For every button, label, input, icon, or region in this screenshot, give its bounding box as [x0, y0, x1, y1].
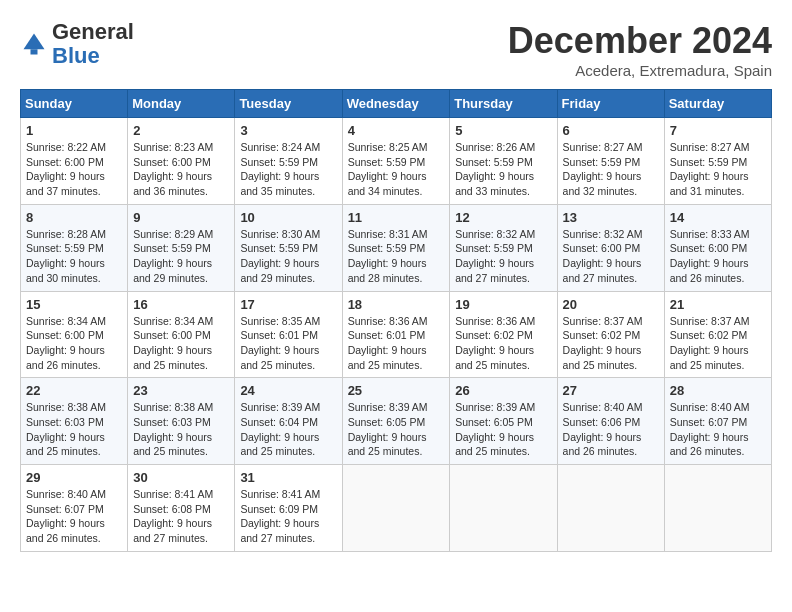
day-info: Sunrise: 8:23 AM Sunset: 6:00 PM Dayligh…	[133, 140, 229, 199]
day-info: Sunrise: 8:27 AM Sunset: 5:59 PM Dayligh…	[670, 140, 766, 199]
calendar-day-cell: 31Sunrise: 8:41 AM Sunset: 6:09 PM Dayli…	[235, 465, 342, 552]
day-number: 29	[26, 470, 122, 485]
day-info: Sunrise: 8:32 AM Sunset: 5:59 PM Dayligh…	[455, 227, 551, 286]
calendar-day-cell: 18Sunrise: 8:36 AM Sunset: 6:01 PM Dayli…	[342, 291, 450, 378]
day-info: Sunrise: 8:37 AM Sunset: 6:02 PM Dayligh…	[670, 314, 766, 373]
svg-rect-1	[31, 49, 38, 54]
day-info: Sunrise: 8:36 AM Sunset: 6:02 PM Dayligh…	[455, 314, 551, 373]
weekday-header: Friday	[557, 90, 664, 118]
calendar-day-cell: 9Sunrise: 8:29 AM Sunset: 5:59 PM Daylig…	[128, 204, 235, 291]
day-number: 10	[240, 210, 336, 225]
day-info: Sunrise: 8:38 AM Sunset: 6:03 PM Dayligh…	[26, 400, 122, 459]
calendar-day-cell: 4Sunrise: 8:25 AM Sunset: 5:59 PM Daylig…	[342, 118, 450, 205]
day-number: 12	[455, 210, 551, 225]
day-number: 20	[563, 297, 659, 312]
calendar-table: SundayMondayTuesdayWednesdayThursdayFrid…	[20, 89, 772, 552]
day-info: Sunrise: 8:40 AM Sunset: 6:07 PM Dayligh…	[26, 487, 122, 546]
day-number: 11	[348, 210, 445, 225]
day-info: Sunrise: 8:32 AM Sunset: 6:00 PM Dayligh…	[563, 227, 659, 286]
day-number: 26	[455, 383, 551, 398]
day-number: 3	[240, 123, 336, 138]
calendar-day-cell: 11Sunrise: 8:31 AM Sunset: 5:59 PM Dayli…	[342, 204, 450, 291]
calendar-day-cell: 21Sunrise: 8:37 AM Sunset: 6:02 PM Dayli…	[664, 291, 771, 378]
day-info: Sunrise: 8:39 AM Sunset: 6:05 PM Dayligh…	[455, 400, 551, 459]
day-info: Sunrise: 8:37 AM Sunset: 6:02 PM Dayligh…	[563, 314, 659, 373]
day-number: 27	[563, 383, 659, 398]
calendar-day-cell	[450, 465, 557, 552]
day-number: 21	[670, 297, 766, 312]
calendar-week-row: 15Sunrise: 8:34 AM Sunset: 6:00 PM Dayli…	[21, 291, 772, 378]
day-info: Sunrise: 8:34 AM Sunset: 6:00 PM Dayligh…	[133, 314, 229, 373]
weekday-header: Tuesday	[235, 90, 342, 118]
day-number: 9	[133, 210, 229, 225]
day-info: Sunrise: 8:41 AM Sunset: 6:08 PM Dayligh…	[133, 487, 229, 546]
calendar-week-row: 22Sunrise: 8:38 AM Sunset: 6:03 PM Dayli…	[21, 378, 772, 465]
day-info: Sunrise: 8:26 AM Sunset: 5:59 PM Dayligh…	[455, 140, 551, 199]
calendar-day-cell: 29Sunrise: 8:40 AM Sunset: 6:07 PM Dayli…	[21, 465, 128, 552]
weekday-header-row: SundayMondayTuesdayWednesdayThursdayFrid…	[21, 90, 772, 118]
logo-text: General Blue	[52, 20, 134, 68]
calendar-day-cell: 5Sunrise: 8:26 AM Sunset: 5:59 PM Daylig…	[450, 118, 557, 205]
weekday-header: Saturday	[664, 90, 771, 118]
day-number: 5	[455, 123, 551, 138]
calendar-day-cell: 8Sunrise: 8:28 AM Sunset: 5:59 PM Daylig…	[21, 204, 128, 291]
calendar-day-cell	[557, 465, 664, 552]
calendar-week-row: 29Sunrise: 8:40 AM Sunset: 6:07 PM Dayli…	[21, 465, 772, 552]
logo-blue: Blue	[52, 43, 100, 68]
calendar-day-cell: 12Sunrise: 8:32 AM Sunset: 5:59 PM Dayli…	[450, 204, 557, 291]
calendar-day-cell: 28Sunrise: 8:40 AM Sunset: 6:07 PM Dayli…	[664, 378, 771, 465]
calendar-day-cell	[342, 465, 450, 552]
day-info: Sunrise: 8:41 AM Sunset: 6:09 PM Dayligh…	[240, 487, 336, 546]
day-info: Sunrise: 8:24 AM Sunset: 5:59 PM Dayligh…	[240, 140, 336, 199]
logo-general: General	[52, 19, 134, 44]
day-number: 28	[670, 383, 766, 398]
weekday-header: Sunday	[21, 90, 128, 118]
day-number: 16	[133, 297, 229, 312]
calendar-day-cell: 13Sunrise: 8:32 AM Sunset: 6:00 PM Dayli…	[557, 204, 664, 291]
calendar-day-cell: 3Sunrise: 8:24 AM Sunset: 5:59 PM Daylig…	[235, 118, 342, 205]
calendar-day-cell: 14Sunrise: 8:33 AM Sunset: 6:00 PM Dayli…	[664, 204, 771, 291]
calendar-day-cell: 26Sunrise: 8:39 AM Sunset: 6:05 PM Dayli…	[450, 378, 557, 465]
day-info: Sunrise: 8:38 AM Sunset: 6:03 PM Dayligh…	[133, 400, 229, 459]
calendar-day-cell: 24Sunrise: 8:39 AM Sunset: 6:04 PM Dayli…	[235, 378, 342, 465]
day-number: 31	[240, 470, 336, 485]
day-info: Sunrise: 8:36 AM Sunset: 6:01 PM Dayligh…	[348, 314, 445, 373]
weekday-header: Monday	[128, 90, 235, 118]
month-title: December 2024	[508, 20, 772, 62]
calendar-week-row: 8Sunrise: 8:28 AM Sunset: 5:59 PM Daylig…	[21, 204, 772, 291]
page-header: General Blue December 2024 Acedera, Extr…	[20, 20, 772, 79]
calendar-day-cell: 22Sunrise: 8:38 AM Sunset: 6:03 PM Dayli…	[21, 378, 128, 465]
day-info: Sunrise: 8:39 AM Sunset: 6:04 PM Dayligh…	[240, 400, 336, 459]
day-number: 15	[26, 297, 122, 312]
logo-icon	[20, 30, 48, 58]
day-number: 17	[240, 297, 336, 312]
day-number: 1	[26, 123, 122, 138]
svg-marker-0	[24, 34, 45, 50]
logo: General Blue	[20, 20, 134, 68]
day-info: Sunrise: 8:29 AM Sunset: 5:59 PM Dayligh…	[133, 227, 229, 286]
day-number: 7	[670, 123, 766, 138]
day-number: 25	[348, 383, 445, 398]
day-number: 18	[348, 297, 445, 312]
calendar-day-cell: 25Sunrise: 8:39 AM Sunset: 6:05 PM Dayli…	[342, 378, 450, 465]
day-info: Sunrise: 8:39 AM Sunset: 6:05 PM Dayligh…	[348, 400, 445, 459]
day-number: 8	[26, 210, 122, 225]
day-number: 4	[348, 123, 445, 138]
calendar-day-cell: 17Sunrise: 8:35 AM Sunset: 6:01 PM Dayli…	[235, 291, 342, 378]
day-info: Sunrise: 8:33 AM Sunset: 6:00 PM Dayligh…	[670, 227, 766, 286]
calendar-week-row: 1Sunrise: 8:22 AM Sunset: 6:00 PM Daylig…	[21, 118, 772, 205]
day-info: Sunrise: 8:35 AM Sunset: 6:01 PM Dayligh…	[240, 314, 336, 373]
calendar-day-cell: 6Sunrise: 8:27 AM Sunset: 5:59 PM Daylig…	[557, 118, 664, 205]
location-subtitle: Acedera, Extremadura, Spain	[508, 62, 772, 79]
calendar-day-cell: 30Sunrise: 8:41 AM Sunset: 6:08 PM Dayli…	[128, 465, 235, 552]
calendar-day-cell	[664, 465, 771, 552]
calendar-day-cell: 16Sunrise: 8:34 AM Sunset: 6:00 PM Dayli…	[128, 291, 235, 378]
day-number: 14	[670, 210, 766, 225]
day-info: Sunrise: 8:30 AM Sunset: 5:59 PM Dayligh…	[240, 227, 336, 286]
day-info: Sunrise: 8:31 AM Sunset: 5:59 PM Dayligh…	[348, 227, 445, 286]
calendar-day-cell: 19Sunrise: 8:36 AM Sunset: 6:02 PM Dayli…	[450, 291, 557, 378]
day-info: Sunrise: 8:22 AM Sunset: 6:00 PM Dayligh…	[26, 140, 122, 199]
title-block: December 2024 Acedera, Extremadura, Spai…	[508, 20, 772, 79]
calendar-day-cell: 20Sunrise: 8:37 AM Sunset: 6:02 PM Dayli…	[557, 291, 664, 378]
calendar-day-cell: 2Sunrise: 8:23 AM Sunset: 6:00 PM Daylig…	[128, 118, 235, 205]
